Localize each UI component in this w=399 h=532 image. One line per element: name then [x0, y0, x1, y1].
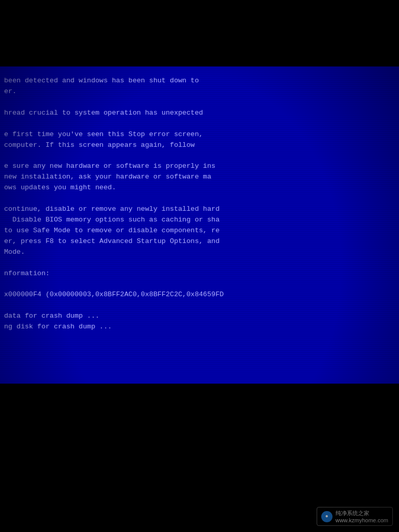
screen-container: been detected and windows has been shut …	[0, 0, 399, 532]
bsod-screen: been detected and windows has been shut …	[0, 66, 399, 384]
watermark: ● 纯净系统之家 www.kzmyhome.com	[317, 507, 393, 526]
watermark-site-name: 纯净系统之家	[336, 510, 369, 516]
bsod-text-content: been detected and windows has been shut …	[4, 76, 393, 332]
watermark-text: 纯净系统之家 www.kzmyhome.com	[336, 509, 388, 523]
bottom-black-area: ● 纯净系统之家 www.kzmyhome.com	[0, 384, 399, 532]
watermark-logo: ●	[321, 511, 332, 522]
top-black-area	[0, 0, 399, 66]
watermark-logo-icon: ●	[325, 514, 328, 519]
watermark-url: www.kzmyhome.com	[336, 517, 388, 523]
